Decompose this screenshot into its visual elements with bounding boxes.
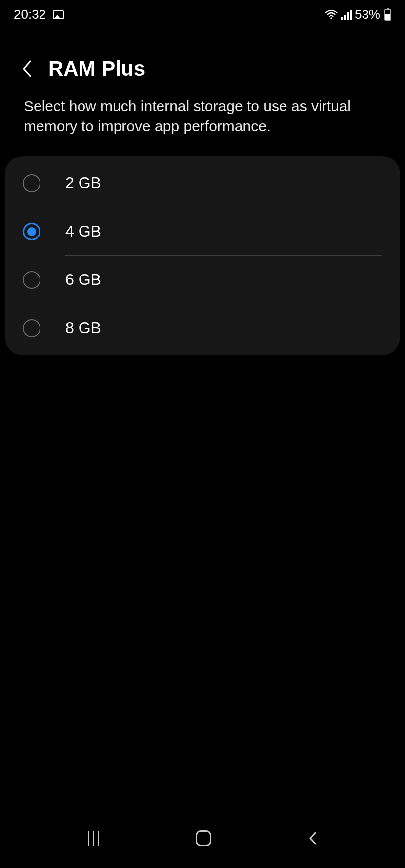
option-label: 2 GB (65, 174, 101, 192)
option-label: 4 GB (65, 222, 101, 240)
radio-icon (23, 271, 40, 289)
wifi-icon (325, 10, 338, 20)
status-time: 20:32 (14, 7, 46, 22)
battery-icon (384, 9, 391, 21)
options-card: 2 GB 4 GB 6 GB 8 GB (5, 156, 400, 355)
radio-icon (23, 174, 40, 192)
header: RAM Plus (0, 27, 405, 95)
option-label: 8 GB (65, 319, 101, 337)
page-title: RAM Plus (48, 57, 145, 80)
signal-icon (341, 10, 352, 20)
option-4gb[interactable]: 4 GB (5, 207, 400, 256)
radio-icon-selected (23, 223, 40, 240)
picture-icon (53, 10, 64, 19)
status-bar-right: 53% (325, 7, 391, 22)
svg-point-0 (330, 17, 332, 19)
radio-icon (23, 319, 40, 337)
status-bar-left: 20:32 (14, 7, 64, 22)
nav-back-button[interactable] (308, 831, 317, 846)
navigation-bar (0, 819, 405, 868)
battery-percent: 53% (355, 7, 380, 22)
option-8gb[interactable]: 8 GB (5, 304, 400, 352)
status-bar: 20:32 53% (0, 0, 405, 27)
option-2gb[interactable]: 2 GB (5, 159, 400, 207)
nav-recents-button[interactable] (88, 831, 99, 846)
page-description: Select how much internal storage to use … (0, 95, 405, 152)
option-6gb[interactable]: 6 GB (5, 256, 400, 304)
option-label: 6 GB (65, 271, 101, 288)
back-icon[interactable] (21, 59, 33, 79)
nav-home-button[interactable] (196, 830, 211, 846)
